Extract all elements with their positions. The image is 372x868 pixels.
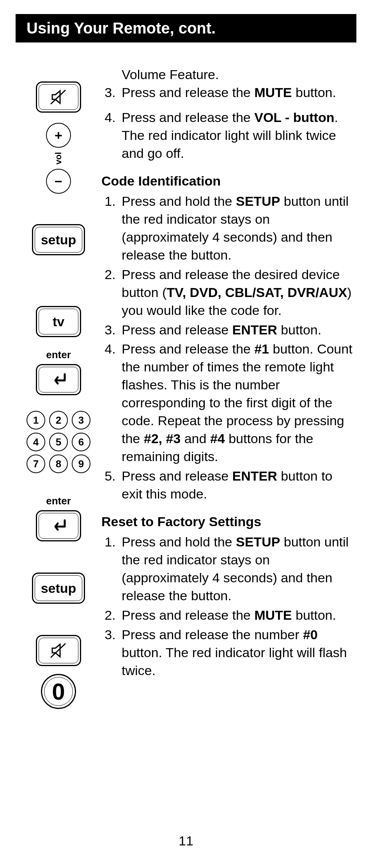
vol-down-button-graphic: −	[46, 169, 71, 194]
step-code-3: Press and release ENTER button.	[119, 321, 355, 339]
instruction-text-column: Volume Feature. Press and release the MU…	[101, 66, 356, 681]
volume-feature-line: Volume Feature.	[101, 66, 355, 84]
keypad-5: 5	[49, 433, 68, 451]
page-number: 11	[0, 833, 372, 849]
step-code-1: Press and hold the SETUP button until th…	[119, 193, 355, 264]
reset-steps: Press and hold the SETUP button until th…	[101, 533, 355, 679]
step-vol-3: Press and release the MUTE button.	[119, 84, 355, 102]
enter-button-graphic	[36, 364, 81, 395]
reset-heading: Reset to Factory Settings	[101, 513, 355, 531]
step-code-5: Press and release ENTER button to exit t…	[119, 467, 355, 503]
step-reset-2: Press and release the MUTE button.	[119, 606, 355, 624]
enter-arrow-icon	[49, 518, 68, 534]
step-code-2: Press and release the desired device but…	[119, 266, 355, 320]
enter-label: enter	[46, 349, 71, 361]
keypad-9: 9	[72, 454, 90, 473]
code-identification-steps: Press and hold the SETUP button until th…	[101, 193, 355, 503]
number-keypad-graphic: 1 2 3 4 5 6 7 8 9	[27, 411, 90, 473]
volume-feature-steps: Press and release the MUTE button.	[101, 84, 355, 102]
manual-page: Using Your Remote, cont. + vol −	[0, 0, 372, 868]
illustration-column: + vol − setup tv enter	[16, 66, 101, 709]
mute-icon	[50, 88, 67, 106]
keypad-3: 3	[72, 411, 90, 430]
step-reset-1: Press and hold the SETUP button until th…	[119, 533, 355, 605]
keypad-6: 6	[72, 433, 90, 451]
section-header-text: Using Your Remote, cont.	[27, 19, 216, 37]
step-code-4: Press and release the #1 button. Count t…	[119, 340, 355, 465]
zero-button-graphic: 0	[41, 674, 76, 709]
keypad-1: 1	[27, 411, 45, 430]
volume-control-graphic: + vol −	[46, 123, 71, 194]
volume-feature-steps-4: Press and release the VOL - button. The …	[101, 109, 355, 163]
enter-label-2: enter	[46, 495, 71, 507]
code-identification-heading: Code Identification	[101, 172, 355, 190]
mute-icon	[50, 642, 67, 659]
setup-button-graphic-2: setup	[32, 573, 85, 604]
keypad-8: 8	[49, 454, 68, 473]
vol-label: vol	[53, 152, 64, 164]
step-vol-4: Press and release the VOL - button. The …	[119, 109, 355, 163]
section-header: Using Your Remote, cont.	[16, 14, 356, 42]
two-column-layout: + vol − setup tv enter	[16, 66, 356, 709]
keypad-2: 2	[49, 411, 68, 430]
enter-button-graphic-2	[36, 510, 81, 541]
step-reset-3: Press and release the number #0 button. …	[119, 626, 355, 680]
mute-button-graphic	[36, 81, 81, 113]
tv-button-graphic: tv	[36, 306, 81, 337]
setup-button-graphic: setup	[32, 224, 85, 255]
keypad-7: 7	[27, 454, 45, 473]
keypad-4: 4	[27, 433, 45, 451]
mute-button-graphic-2	[36, 635, 81, 666]
vol-up-button-graphic: +	[46, 123, 71, 148]
enter-arrow-icon	[49, 372, 68, 387]
